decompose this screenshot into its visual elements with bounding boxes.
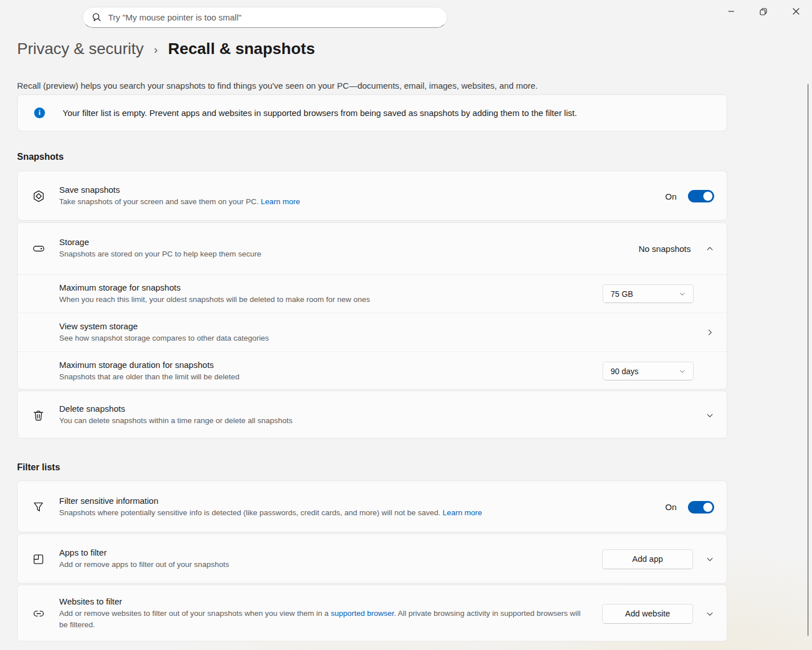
filter-funnel-icon	[32, 500, 45, 514]
delete-snapshots-card: Delete snapshots You can delete snapshot…	[17, 391, 727, 438]
websites-to-filter-title: Websites to filter	[59, 597, 585, 606]
max-storage-title: Maximum storage for snapshots	[59, 283, 603, 292]
save-snapshots-toggle-label: On	[665, 192, 677, 201]
websites-to-filter-description: Add or remove websites to filter out of …	[59, 608, 585, 630]
chevron-down-icon[interactable]	[706, 555, 714, 564]
view-system-storage-description: See how snapshot storage compares to oth…	[59, 333, 706, 344]
window-controls	[715, 0, 812, 23]
filter-sensitive-title: Filter sensitive information	[59, 496, 665, 506]
save-snapshots-description: Take snapshots of your screen and save t…	[59, 196, 665, 208]
chevron-right-icon	[706, 328, 714, 337]
breadcrumb: Privacy & security › Recall & snapshots	[17, 40, 315, 58]
apps-to-filter-card: Apps to filter Add or remove apps to fil…	[17, 533, 727, 583]
save-snapshots-toggle[interactable]	[688, 190, 714, 202]
link-icon	[32, 607, 46, 620]
toggle-knob	[703, 503, 712, 512]
recall-snapshot-icon	[32, 189, 46, 203]
section-snapshots: Snapshots	[17, 152, 64, 162]
close-button[interactable]	[780, 0, 812, 23]
storage-card: Storage Snapshots are stored on your PC …	[17, 222, 727, 390]
search-bar[interactable]	[83, 7, 447, 28]
supported-browser-link[interactable]: supported browser.	[331, 609, 396, 618]
filter-list-empty-banner: i Your filter list is empty. Prevent app…	[17, 94, 727, 131]
apps-to-filter-description: Add or remove apps to filter out of your…	[59, 559, 602, 570]
apps-to-filter-row: Apps to filter Add or remove apps to fil…	[18, 534, 727, 583]
add-website-button[interactable]: Add website	[602, 604, 693, 624]
websites-to-filter-card: Websites to filter Add or remove website…	[17, 585, 727, 641]
search-input[interactable]	[108, 13, 439, 22]
delete-snapshots-title: Delete snapshots	[59, 404, 706, 413]
save-snapshots-row: Save snapshots Take snapshots of your sc…	[18, 171, 727, 221]
view-system-storage-row[interactable]: View system storage See how snapshot sto…	[18, 313, 727, 351]
section-filter-lists: Filter lists	[17, 462, 60, 473]
search-sparkle-icon	[91, 12, 102, 23]
page-title: Recall & snapshots	[168, 40, 315, 58]
storage-title: Storage	[59, 237, 638, 247]
max-storage-description: When you reach this limit, your oldest s…	[59, 294, 603, 305]
storage-status: No snapshots	[638, 244, 691, 254]
filter-sensitive-toggle-label: On	[665, 502, 677, 512]
chevron-up-icon[interactable]	[706, 245, 714, 253]
save-snapshots-card: Save snapshots Take snapshots of your sc…	[17, 171, 727, 221]
banner-text: Your filter list is empty. Prevent apps …	[63, 108, 577, 118]
page-description: Recall (preview) helps you search your s…	[17, 81, 538, 90]
trash-icon	[32, 409, 45, 422]
storage-drive-icon	[32, 242, 46, 255]
filter-sensitive-card: Filter sensitive information Snapshots w…	[17, 481, 727, 532]
breadcrumb-separator-icon: ›	[154, 43, 158, 56]
max-duration-title: Maximum storage duration for snapshots	[59, 360, 603, 370]
chevron-down-icon	[706, 411, 714, 420]
filter-sensitive-row: Filter sensitive information Snapshots w…	[18, 481, 727, 532]
vertical-scrollbar[interactable]	[807, 84, 809, 636]
minimize-icon	[728, 8, 735, 15]
restore-button[interactable]	[747, 0, 780, 23]
websites-description-before: Add or remove websites to filter out of …	[59, 609, 331, 618]
minimize-button[interactable]	[715, 0, 747, 23]
max-storage-row: Maximum storage for snapshots When you r…	[18, 274, 727, 313]
apps-to-filter-title: Apps to filter	[59, 548, 602, 557]
info-icon: i	[34, 107, 45, 118]
chevron-down-icon[interactable]	[706, 610, 714, 618]
restore-icon	[760, 8, 767, 15]
max-duration-dropdown[interactable]: 90 days	[603, 362, 694, 380]
storage-description: Snapshots are stored on your PC to help …	[59, 249, 638, 260]
filter-sensitive-learn-more-link[interactable]: Learn more	[443, 508, 482, 517]
save-snapshots-description-text: Take snapshots of your screen and save t…	[59, 197, 258, 206]
filter-sensitive-description-text: Snapshots where potentially sensitive in…	[59, 508, 440, 517]
toggle-knob	[703, 192, 712, 201]
max-duration-value: 90 days	[611, 367, 638, 376]
save-snapshots-title: Save snapshots	[59, 185, 665, 194]
breadcrumb-privacy-security[interactable]: Privacy & security	[17, 40, 144, 58]
max-duration-description: Snapshots that are older than the limit …	[59, 371, 603, 383]
chevron-down-icon	[679, 291, 686, 297]
delete-snapshots-row[interactable]: Delete snapshots You can delete snapshot…	[18, 391, 727, 438]
save-snapshots-learn-more-link[interactable]: Learn more	[261, 197, 300, 206]
max-storage-dropdown[interactable]: 75 GB	[603, 284, 694, 303]
filter-sensitive-toggle[interactable]	[688, 501, 714, 514]
storage-header-row[interactable]: Storage Snapshots are stored on your PC …	[18, 223, 727, 274]
max-duration-row: Maximum storage duration for snapshots S…	[18, 351, 727, 390]
close-icon	[793, 8, 799, 15]
websites-to-filter-row: Websites to filter Add or remove website…	[18, 585, 727, 641]
filter-sensitive-description: Snapshots where potentially sensitive in…	[59, 507, 665, 519]
view-system-storage-title: View system storage	[59, 321, 706, 331]
delete-snapshots-description: You can delete snapshots within a time r…	[59, 415, 706, 427]
apps-icon	[32, 553, 45, 566]
chevron-down-icon	[679, 368, 686, 375]
add-app-button[interactable]: Add app	[602, 549, 693, 569]
max-storage-value: 75 GB	[611, 289, 633, 299]
